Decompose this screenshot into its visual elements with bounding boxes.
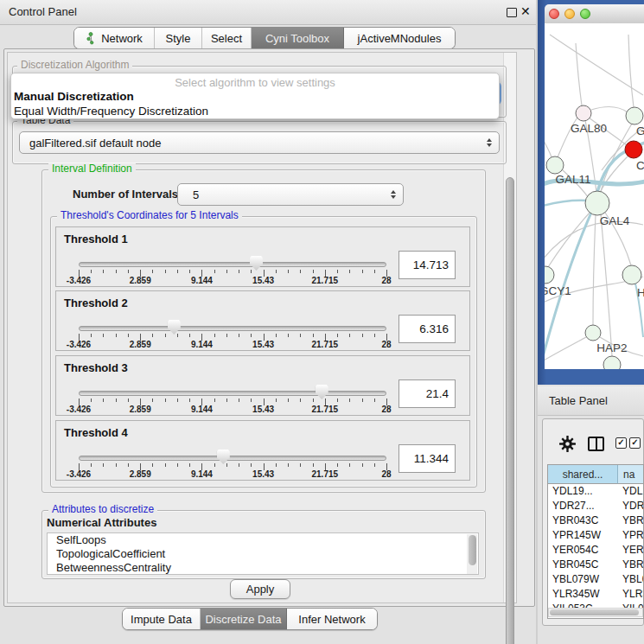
- attribute-list-item[interactable]: SelfLoops: [48, 533, 478, 547]
- table-data-combobox[interactable]: galFiltered.sif default node: [19, 131, 500, 154]
- network-node-c[interactable]: [625, 141, 642, 158]
- table-panel-header: Table Panel: [538, 386, 644, 416]
- tab-style[interactable]: Style: [155, 28, 202, 48]
- attribute-list-item[interactable]: BetweennessCentrality: [48, 561, 478, 575]
- network-node[interactable]: [603, 356, 621, 369]
- table-row-name[interactable]: YBR0: [622, 558, 644, 572]
- axis-tick-label: -3.426: [53, 276, 105, 285]
- list-scrollbar[interactable]: [467, 534, 477, 574]
- num-intervals-combobox[interactable]: 5: [177, 183, 404, 206]
- zoom-traffic-light[interactable]: [580, 9, 590, 19]
- network-graph[interactable]: GAL80GACGAL11GAL4GCY1HHAP2: [545, 23, 644, 369]
- slider-track[interactable]: [79, 326, 386, 331]
- slider-thumb[interactable]: [316, 385, 328, 399]
- slider-track[interactable]: [79, 456, 386, 461]
- threshold-value-field[interactable]: 14.713: [399, 251, 456, 279]
- table-row-name[interactable]: YBL0: [622, 572, 644, 587]
- threshold-value-field[interactable]: 11.344: [399, 444, 456, 473]
- table-row-name[interactable]: YDL1: [622, 484, 644, 499]
- table-horizontal-scrollbar[interactable]: [548, 608, 643, 617]
- tab-impute-data[interactable]: Impute Data: [123, 609, 201, 629]
- gear-icon[interactable]: [558, 435, 577, 453]
- dropdown-option-manual[interactable]: Manual Discretization: [14, 90, 134, 103]
- axis-tick-label: 21.715: [299, 405, 351, 414]
- table-row-name[interactable]: YDR2: [622, 499, 644, 513]
- network-canvas[interactable]: GAL80GACGAL11GAL4GCY1HHAP2: [545, 23, 644, 369]
- list-scrollbar-thumb[interactable]: [469, 535, 476, 565]
- table-row-shared-name[interactable]: YPR145W: [552, 528, 618, 543]
- hscrollbar-thumb[interactable]: [550, 609, 639, 615]
- num-intervals-label: Number of Intervals: [73, 188, 178, 201]
- slider-thumb[interactable]: [217, 450, 230, 464]
- float-window-icon[interactable]: [507, 8, 517, 17]
- table-row-shared-name[interactable]: YDR27...: [552, 499, 618, 513]
- axis-tick-label: 15.43: [238, 469, 290, 479]
- axis-tick-label: 9.144: [175, 340, 227, 349]
- table-header-name[interactable]: na: [618, 465, 644, 484]
- slider-thumb[interactable]: [168, 320, 181, 335]
- tab-select[interactable]: Select: [202, 28, 252, 48]
- table-row-shared-name[interactable]: YBR043C: [552, 513, 618, 528]
- table-row-name[interactable]: YBR0: [622, 513, 644, 528]
- table-row-shared-name[interactable]: YLR345W: [552, 587, 618, 602]
- network-node-label: C: [636, 159, 644, 172]
- tab-label: Impute Data: [131, 613, 192, 626]
- axis-tick-label: 9.144: [175, 469, 227, 479]
- network-node-ga[interactable]: [626, 107, 643, 124]
- columns-icon[interactable]: [588, 437, 604, 451]
- attribute-list-item[interactable]: TopologicalCoefficient: [48, 547, 478, 561]
- checkbox-icon[interactable]: ✓: [629, 437, 641, 449]
- axis-tick-label: 2.859: [114, 276, 166, 285]
- dropdown-placeholder: Select algorithm to view settings: [11, 76, 499, 89]
- slider-thumb[interactable]: [250, 256, 263, 271]
- network-node-gcy1[interactable]: [545, 266, 554, 284]
- bottom-tab-bar: Impute DataDiscretize DataInfer Network: [122, 608, 378, 630]
- checkbox-icon[interactable]: ✓: [615, 437, 627, 449]
- slider-track[interactable]: [79, 391, 386, 396]
- network-node-label: GA: [636, 124, 644, 137]
- vertical-scrollbar-thumb[interactable]: [506, 177, 514, 644]
- tab-label: Discretize Data: [205, 613, 281, 626]
- numerical-attributes-list[interactable]: SelfLoopsTopologicalCoefficientBetweenne…: [47, 532, 479, 575]
- axis-tick-label: 15.43: [238, 340, 290, 349]
- tab-network[interactable]: Network: [74, 28, 155, 48]
- threshold-value-field[interactable]: 21.4: [399, 379, 456, 408]
- network-node-gal4[interactable]: [585, 191, 609, 215]
- table-row-name[interactable]: YER0: [622, 543, 644, 558]
- table-row-shared-name[interactable]: YDL19...: [552, 484, 618, 499]
- axis-tick-label: -3.426: [53, 405, 105, 414]
- table-row-shared-name[interactable]: YBR045C: [552, 558, 618, 572]
- threshold-value-field[interactable]: 6.316: [399, 315, 456, 343]
- close-icon[interactable]: ✕: [520, 4, 531, 18]
- table-row-shared-name[interactable]: YER054C: [552, 543, 618, 558]
- tab-label: jActiveMNodules: [358, 32, 442, 45]
- threshold-label: Threshold 4: [64, 426, 128, 439]
- tab-discretize-data[interactable]: Discretize Data: [201, 609, 287, 629]
- combo-stepper-icon: [487, 138, 492, 147]
- network-node-gal80[interactable]: [576, 105, 591, 121]
- threshold-label: Threshold 1: [64, 233, 128, 245]
- close-traffic-light[interactable]: [549, 9, 559, 19]
- network-node-label: GAL80: [571, 122, 607, 135]
- dropdown-option-equal-width[interactable]: Equal Width/Frequency Discretization: [14, 105, 208, 118]
- slider-track[interactable]: [79, 262, 386, 267]
- threshold-label: Threshold 3: [64, 361, 128, 374]
- table-row-name[interactable]: YLR3: [622, 587, 644, 602]
- algorithm-dropdown-popup: Select algorithm to view settings Manual…: [10, 73, 500, 119]
- tab-jactivemnodules[interactable]: jActiveMNodules: [344, 28, 455, 48]
- network-node-h[interactable]: [622, 265, 641, 284]
- tab-label: Select: [211, 32, 242, 45]
- node-table[interactable]: shared... na YDL19...YDL1YDR27...YDR2YBR…: [547, 464, 644, 619]
- table-row-shared-name[interactable]: YBL079W: [552, 572, 618, 587]
- table-header-shared-name[interactable]: shared...: [548, 465, 618, 484]
- table-row-name[interactable]: YPR1: [622, 528, 644, 543]
- network-node-gal11[interactable]: [546, 156, 564, 174]
- apply-button[interactable]: Apply: [230, 579, 290, 599]
- tab-infer-network[interactable]: Infer Network: [287, 609, 377, 629]
- numerical-attributes-label: Numerical Attributes: [47, 516, 156, 529]
- minimize-traffic-light[interactable]: [564, 9, 575, 19]
- tab-cyni-toolbox[interactable]: Cyni Toolbox: [252, 28, 344, 48]
- top-tab-bar: NetworkStyleSelectCyni ToolboxjActiveMNo…: [73, 27, 456, 49]
- network-node-hap2[interactable]: [585, 325, 601, 341]
- axis-tick-label: 21.715: [299, 276, 351, 285]
